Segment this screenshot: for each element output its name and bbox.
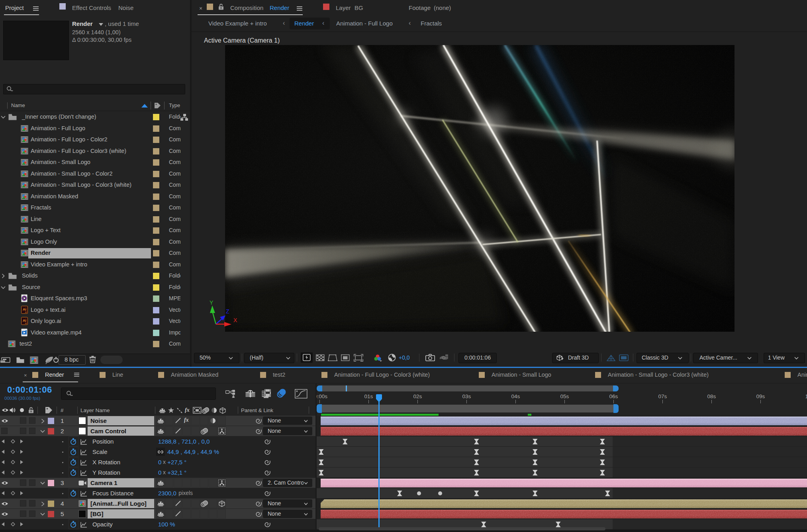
svg-text:AI: AI: [25, 322, 27, 325]
svg-text:Z: Z: [226, 308, 229, 315]
svg-text:X: X: [233, 317, 237, 323]
svg-text:Y: Y: [210, 299, 214, 306]
svg-text:AI: AI: [25, 311, 27, 313]
